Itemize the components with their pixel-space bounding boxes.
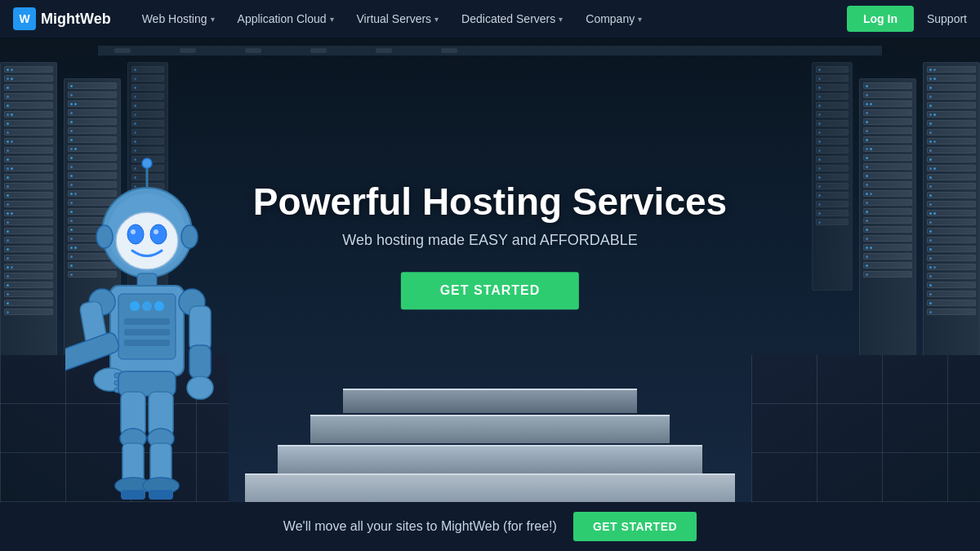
rack-unit — [816, 129, 849, 136]
svg-rect-28 — [189, 306, 211, 351]
rack-unit — [863, 145, 912, 152]
rack-unit — [816, 84, 849, 91]
rack-unit — [863, 181, 912, 188]
rack-unit — [4, 309, 53, 315]
rack-unit — [68, 118, 117, 125]
rack-unit — [4, 300, 53, 306]
ceiling-connector — [245, 48, 261, 53]
rack-light — [933, 113, 936, 116]
rack-light — [818, 185, 821, 188]
nav-items: Web Hosting ▾ Application Cloud ▾ Virtua… — [131, 0, 967, 38]
ceiling-connector — [310, 48, 327, 53]
rack-light — [7, 284, 9, 287]
svg-point-15 — [142, 301, 152, 311]
svg-point-4 — [150, 224, 167, 244]
chevron-down-icon: ▾ — [434, 15, 439, 24]
rack-light — [866, 166, 868, 168]
rack-unit — [4, 228, 53, 234]
rack-unit — [4, 291, 53, 297]
svg-rect-18 — [124, 329, 170, 335]
rack-unit — [4, 165, 53, 171]
rack-light — [929, 266, 932, 269]
nav-item-dedicated-servers[interactable]: Dedicated Servers ▾ — [450, 0, 574, 38]
rack-unit — [863, 109, 912, 116]
rack-light — [74, 103, 77, 105]
rack-light — [134, 113, 136, 116]
server-rack — [923, 62, 980, 372]
rack-unit — [4, 75, 53, 82]
server-rack — [0, 62, 57, 372]
rack-unit — [4, 129, 53, 136]
rack-light — [929, 104, 932, 107]
rack-unit — [816, 165, 849, 171]
rack-unit — [816, 102, 849, 109]
rack-light — [929, 185, 932, 188]
rack-unit — [816, 120, 849, 127]
rack-unit — [131, 84, 164, 91]
rack-light — [929, 221, 932, 224]
rack-unit — [863, 244, 912, 251]
rack-light — [7, 302, 9, 304]
chevron-down-icon: ▾ — [211, 15, 215, 24]
steps-container — [245, 387, 735, 502]
rack-light — [866, 247, 868, 249]
nav-item-company[interactable]: Company ▾ — [574, 0, 653, 38]
rack-unit — [4, 174, 53, 180]
logo[interactable]: W MightWeb — [13, 7, 111, 30]
nav-item-web-hosting[interactable]: Web Hosting ▾ — [131, 0, 226, 38]
rack-light — [7, 149, 9, 152]
rack-unit — [863, 154, 912, 161]
rack-unit — [927, 120, 976, 127]
rack-light — [70, 139, 73, 141]
rack-light — [929, 212, 932, 215]
rack-light — [929, 248, 932, 251]
server-racks-right — [735, 46, 980, 389]
svg-point-8 — [142, 158, 152, 168]
nav-item-virtual-servers[interactable]: Virtual Servers ▾ — [345, 0, 451, 38]
rack-light — [818, 131, 821, 134]
support-link[interactable]: Support — [927, 12, 967, 25]
rack-light — [929, 87, 932, 89]
rack-unit — [816, 174, 849, 180]
rack-light — [7, 104, 9, 107]
rack-unit — [4, 120, 53, 127]
nav-item-application-cloud[interactable]: Application Cloud ▾ — [226, 0, 345, 38]
rack-light — [929, 311, 932, 313]
rack-light — [870, 148, 872, 150]
bottom-cta-button[interactable]: GET STARTED — [573, 512, 697, 541]
rack-unit — [68, 109, 117, 116]
rack-unit — [4, 66, 53, 73]
rack-light — [818, 78, 821, 80]
rack-light — [933, 69, 936, 71]
rack-unit — [4, 237, 53, 243]
rack-light — [818, 113, 821, 116]
rack-light — [818, 167, 821, 170]
rack-light — [870, 103, 872, 105]
rack-unit — [863, 271, 912, 278]
rack-light — [866, 175, 868, 177]
rack-light — [866, 220, 868, 222]
rack-light — [7, 311, 9, 313]
rack-light — [866, 85, 868, 87]
rack-light — [929, 78, 932, 80]
rack-light — [866, 256, 868, 258]
rack-light — [818, 69, 821, 71]
rack-unit — [863, 82, 912, 89]
rack-unit — [4, 219, 53, 225]
rack-light — [11, 167, 13, 170]
rack-light — [7, 122, 9, 125]
hero-content: Powerful Hosting Services Web hosting ma… — [253, 181, 727, 310]
rack-light — [7, 230, 9, 233]
rack-light — [818, 104, 821, 107]
rack-unit — [4, 156, 53, 162]
rack-unit — [863, 172, 912, 179]
rack-light — [134, 122, 136, 125]
rack-unit — [927, 210, 976, 216]
login-button[interactable]: Log In — [847, 6, 914, 32]
get-started-button[interactable]: GET STARTED — [401, 272, 580, 309]
rack-unit — [131, 111, 164, 118]
rack-unit — [816, 219, 849, 225]
rack-light — [866, 139, 868, 141]
rack-unit — [863, 262, 912, 269]
rack-unit — [927, 192, 976, 198]
